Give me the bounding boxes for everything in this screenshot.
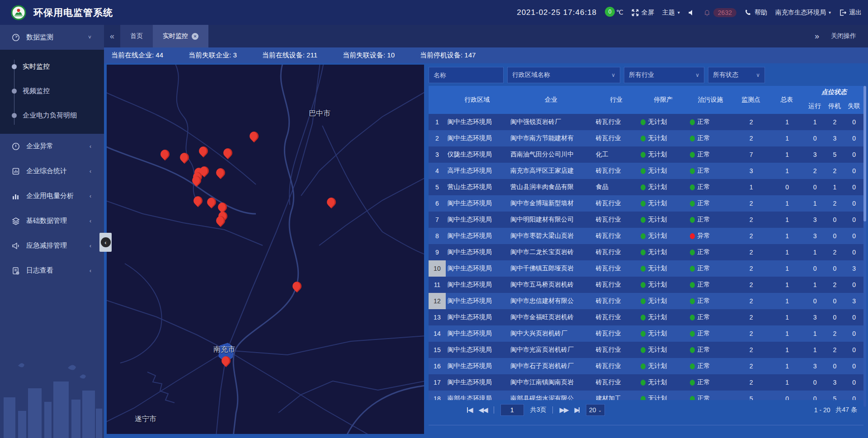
- cell-company[interactable]: 阆中强锐页岩砖厂: [509, 114, 594, 130]
- org-dropdown[interactable]: 南充市生态环境局▾: [775, 9, 831, 17]
- row-index: 7: [429, 212, 446, 228]
- close-operations-button[interactable]: 关闭操作: [831, 32, 856, 40]
- cell-region: 阆中生态环境局: [446, 309, 509, 325]
- table-scrollbar[interactable]: [863, 86, 866, 407]
- mute-button[interactable]: [688, 9, 695, 16]
- page-number-input[interactable]: 1: [500, 404, 524, 416]
- table-row[interactable]: 5 营山生态环境局 营山县润丰肉食品有限 食品 无计划 正常 1 0 0 1 0: [429, 179, 863, 195]
- cell-industry: 砖瓦行业: [594, 163, 639, 179]
- stat-online-devices: 当前在线设备: 211: [262, 51, 317, 60]
- table-row[interactable]: 6 阆中生态环境局 阆中市金博瑞新型墙材 砖瓦行业 无计划 正常 2 1 1 2…: [429, 195, 863, 212]
- top-header: 环保用电监管系统 2021-02-25 17:46:18 0 ℃ 全屏 主题▾: [0, 0, 868, 25]
- next-page-button[interactable]: ▶▶: [559, 406, 568, 414]
- cell-company[interactable]: 阆中市五马桥页岩机砖: [509, 277, 594, 293]
- theme-dropdown[interactable]: 主题▾: [662, 9, 680, 17]
- sidebar-item-log-view[interactable]: 日志查看 ‹: [0, 258, 104, 283]
- cell-company[interactable]: 阆中市石子页岩机砖厂: [509, 358, 594, 374]
- sidebar-item-power-load-detail[interactable]: 企业电力负荷明细: [0, 103, 104, 127]
- sidebar-item-enterprise-statistics[interactable]: 企业综合统计 ‹: [0, 159, 104, 184]
- table-row[interactable]: 13 阆中生态环境局 阆中市金福旺页岩机砖 砖瓦行业 无计划 正常 2 1 3 …: [429, 309, 863, 325]
- help-button[interactable]: 帮助: [745, 9, 767, 17]
- status-select[interactable]: 所有状态∨: [708, 67, 765, 83]
- table-row[interactable]: 16 阆中生态环境局 阆中市石子页岩机砖厂 砖瓦行业 无计划 正常 2 1 3 …: [429, 358, 863, 374]
- cell-company[interactable]: 阆中大兴页岩机砖厂: [509, 325, 594, 342]
- cell-company[interactable]: 阆中千佛镇五郎垭页岩: [509, 260, 594, 277]
- cell-total-meter: 0: [769, 179, 805, 195]
- cell-region: 阆中生态环境局: [446, 212, 509, 228]
- cell-company[interactable]: 阆中市金福旺页岩机砖: [509, 309, 594, 325]
- table-row[interactable]: 17 阆中生态环境局 阆中市江南镇阆南页岩 砖瓦行业 无计划 正常 2 1 0 …: [429, 374, 863, 391]
- cell-company[interactable]: 西南油气田分公司川中: [509, 146, 594, 163]
- sidebar-item-realtime-monitor[interactable]: 实时监控: [0, 54, 104, 79]
- table-row[interactable]: 8 阆中生态环境局 阆中市枣碧大梁山页岩 砖瓦行业 无计划 异常 2 1 3 0…: [429, 228, 863, 244]
- temperature-badge: 0: [605, 7, 615, 17]
- row-index: 5: [429, 179, 446, 195]
- cell-company[interactable]: 阆中市江南镇阆南页岩: [509, 374, 594, 391]
- table-row[interactable]: 14 阆中生态环境局 阆中大兴页岩机砖厂 砖瓦行业 无计划 正常 2 1 1 2…: [429, 325, 863, 342]
- cell-company[interactable]: 营山县润丰肉食品有限: [509, 179, 594, 195]
- cell-facility: 正常: [697, 183, 710, 191]
- cell-company[interactable]: 南充市高坪区王家店建: [509, 163, 594, 179]
- region-select[interactable]: 行政区域名称∨: [507, 67, 620, 83]
- table-row[interactable]: 10 阆中生态环境局 阆中千佛镇五郎垭页岩 砖瓦行业 无计划 正常 2 1 0 …: [429, 260, 863, 277]
- tab-realtime-monitor[interactable]: 实时监控 ×: [153, 25, 208, 47]
- table-row[interactable]: 11 阆中生态环境局 阆中市五马桥页岩机砖 砖瓦行业 无计划 正常 2 1 1 …: [429, 277, 863, 293]
- cell-company[interactable]: 阆中市光富页岩机砖厂: [509, 342, 594, 358]
- tab-scroll-left-icon[interactable]: «: [104, 25, 120, 47]
- cell-monitor-count: 2: [733, 293, 769, 309]
- cell-company[interactable]: 阆中市忠信建材有限公: [509, 293, 594, 309]
- sidebar-item-video-monitor[interactable]: 视频监控: [0, 79, 104, 103]
- filter-bar: 行政区域名称∨ 所有行业∨ 所有状态∨: [429, 67, 765, 83]
- tab-scroll-right-icon[interactable]: »: [815, 32, 819, 41]
- cell-monitor-count: 2: [733, 342, 769, 358]
- table-row[interactable]: 15 阆中生态环境局 阆中市光富页岩机砖厂 砖瓦行业 无计划 正常 2 1 1 …: [429, 342, 863, 358]
- table-row[interactable]: 7 阆中生态环境局 阆中明阳建材有限公司 砖瓦行业 无计划 正常 2 1 3 0…: [429, 212, 863, 228]
- table-row[interactable]: 2 阆中生态环境局 阆中市南方节能建材有 砖瓦行业 无计划 正常 2 1 0 3…: [429, 130, 863, 146]
- sidebar-item-enterprise-abnormal[interactable]: 企业异常 ‹: [0, 134, 104, 159]
- logout-button[interactable]: 退出: [839, 9, 862, 17]
- tab-home[interactable]: 首页: [120, 25, 153, 47]
- sidebar-item-power-analysis[interactable]: 企业用电量分析 ‹: [0, 184, 104, 208]
- name-search-input[interactable]: [429, 67, 504, 83]
- map-collapse-toggle[interactable]: ‹: [99, 233, 112, 252]
- cell-lost-count: 3: [844, 260, 863, 277]
- chevron-left-icon: ‹: [90, 243, 91, 249]
- scrollbar-thumb[interactable]: [863, 86, 866, 221]
- bullet-icon: [12, 89, 17, 94]
- stop-limit-status-dot: [641, 217, 646, 223]
- tab-bar: « 首页 实时监控 × » 关闭操作: [104, 25, 868, 47]
- table-row[interactable]: 1 阆中生态环境局 阆中强锐页岩砖厂 砖瓦行业 无计划 正常 2 1 1 2 0: [429, 114, 863, 130]
- sidebar-item-base-data[interactable]: 基础数据管理 ‹: [0, 208, 104, 233]
- logout-icon: [839, 9, 846, 16]
- first-page-button[interactable]: ◀: [467, 406, 472, 414]
- stop-limit-status-dot: [641, 331, 646, 337]
- chevron-left-icon: ‹: [90, 268, 91, 274]
- cell-run-count: 0: [805, 374, 825, 391]
- notifications[interactable]: 2632: [703, 8, 736, 17]
- col-lost: 失联: [844, 99, 863, 114]
- table-row[interactable]: 9 阆中生态环境局 阆中市二龙长宝页岩砖 砖瓦行业 无计划 正常 2 1 1 2…: [429, 244, 863, 260]
- tab-close-icon[interactable]: ×: [192, 33, 198, 40]
- table-row[interactable]: 4 高坪生态环境局 南充市高坪区王家店建 砖瓦行业 无计划 正常 3 1 2 2…: [429, 163, 863, 179]
- sidebar: 数据监测 ˅ 实时监控 视频监控 企业电力负荷明细 企业异常 ‹ 企业综合统计 …: [0, 25, 104, 438]
- table-row[interactable]: 12 阆中生态环境局 阆中市忠信建材有限公 砖瓦行业 无计划 正常 2 1 0 …: [429, 293, 863, 309]
- fullscreen-button[interactable]: 全屏: [632, 9, 654, 17]
- map-canvas[interactable]: 巴中市 南充市 遂宁市: [107, 65, 424, 434]
- industry-select[interactable]: 所有行业∨: [624, 67, 704, 83]
- sidebar-item-emergency-reduction[interactable]: 应急减排管理 ‹: [0, 233, 104, 258]
- cell-company[interactable]: 阆中明阳建材有限公司: [509, 212, 594, 228]
- cell-stop-count: 2: [825, 342, 845, 358]
- page-size-select[interactable]: 20⌄: [586, 404, 605, 416]
- table-row[interactable]: 3 仪陇生态环境局 西南油气田分公司川中 化工 无计划 正常 7 1 3 5 0: [429, 146, 863, 163]
- sidebar-item-data-monitor[interactable]: 数据监测 ˅: [0, 25, 104, 50]
- cell-company[interactable]: 阆中市金博瑞新型墙材: [509, 195, 594, 212]
- cell-industry: 砖瓦行业: [594, 260, 639, 277]
- cell-monitor-count: 2: [733, 195, 769, 212]
- cell-company[interactable]: 阆中市南方节能建材有: [509, 130, 594, 146]
- cell-company[interactable]: 阆中市枣碧大梁山页岩: [509, 228, 594, 244]
- prev-page-button[interactable]: ◀◀: [479, 406, 487, 414]
- row-index: 14: [429, 325, 446, 342]
- last-page-button[interactable]: ▶: [575, 406, 580, 414]
- row-index: 15: [429, 342, 446, 358]
- cell-company[interactable]: 阆中市二龙长宝页岩砖: [509, 244, 594, 260]
